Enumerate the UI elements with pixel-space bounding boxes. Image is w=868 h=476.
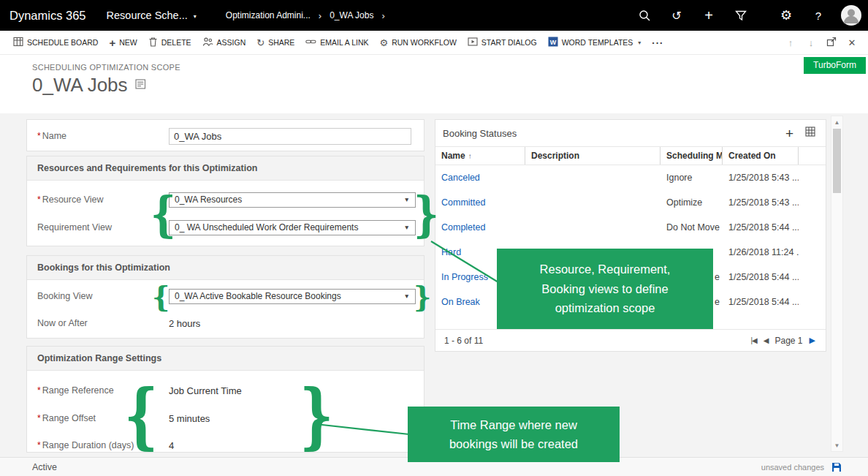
- cell-scheduling-method: Ignore: [660, 173, 723, 183]
- previous-record-icon[interactable]: ↑: [783, 37, 798, 48]
- column-header-name[interactable]: Name↑: [435, 147, 525, 165]
- selected-option: 0_ WA Unscheduled Work Order Requirement…: [175, 222, 358, 233]
- dropdown-caret-icon: ▼: [404, 224, 410, 231]
- delete-button[interactable]: DELETE: [148, 37, 191, 48]
- requirement-view-select[interactable]: 0_ WA Unscheduled Work Order Requirement…: [169, 220, 416, 235]
- section-header-range: Optimization Range Settings: [27, 347, 424, 371]
- resource-view-select[interactable]: 0_WA Resources ▼: [169, 192, 416, 208]
- sort-ascending-icon: ↑: [468, 152, 472, 160]
- booking-status-link[interactable]: Canceled: [441, 173, 480, 183]
- booking-status-link[interactable]: Committed: [441, 197, 485, 208]
- advanced-find-icon[interactable]: [725, 0, 757, 31]
- next-record-icon[interactable]: ↓: [804, 37, 818, 48]
- cell-created-on: 1/25/2018 5:44 ...: [723, 272, 799, 282]
- column-header-spacer: [799, 147, 826, 165]
- field-label-range-duration: *Range Duration (days): [37, 440, 169, 450]
- page-indicator: Page 1: [774, 336, 802, 346]
- required-asterisk: *: [37, 413, 41, 423]
- user-avatar[interactable]: [834, 0, 868, 31]
- column-header-scheduling-method[interactable]: Scheduling M...: [660, 147, 723, 165]
- assign-button[interactable]: ASSIGN: [202, 37, 246, 48]
- range-duration-value[interactable]: 4: [169, 440, 174, 451]
- form-selector-icon[interactable]: [135, 79, 146, 92]
- assign-people-icon: [202, 37, 213, 48]
- previous-page-button[interactable]: ◀: [764, 336, 769, 344]
- section-header-bookings: Bookings for this Optimization: [27, 256, 424, 280]
- chevron-right-icon: ›: [381, 10, 384, 21]
- unsaved-changes-label: unsaved changes: [761, 463, 824, 472]
- more-commands-button[interactable]: ···: [652, 37, 663, 48]
- field-label-resource-view: *Resource View: [37, 194, 169, 205]
- scroll-up-button[interactable]: ▲: [831, 116, 842, 128]
- table-row[interactable]: Committed Optimize 1/25/2018 5:43 ...: [435, 190, 826, 215]
- settings-gear-icon[interactable]: ⚙: [770, 0, 802, 31]
- field-label-range-reference: *Range Reference: [37, 385, 169, 396]
- column-header-created-on[interactable]: Created On: [723, 147, 799, 165]
- next-page-button[interactable]: ▶: [810, 336, 815, 345]
- scroll-down-button[interactable]: ▼: [831, 439, 842, 451]
- chevron-right-icon: ›: [319, 10, 321, 21]
- booking-view-select[interactable]: 0_WA Active Bookable Resource Bookings ▼: [169, 289, 416, 304]
- dropdown-caret-icon: ▼: [404, 292, 410, 300]
- help-icon[interactable]: ?: [802, 0, 834, 31]
- recent-items-icon[interactable]: ↺: [660, 0, 693, 31]
- selected-option: 0_WA Active Bookable Resource Bookings: [175, 291, 341, 301]
- svg-text:W: W: [549, 39, 556, 46]
- cell-created-on: 1/26/2018 11:24 ...: [723, 247, 799, 257]
- form-body: *Name Resources and Requirements for thi…: [0, 113, 868, 457]
- field-label-name: *Name: [37, 131, 169, 141]
- table-row[interactable]: Canceled Ignore 1/25/2018 5:43 ...: [435, 165, 826, 190]
- open-grid-view-icon[interactable]: [805, 126, 815, 140]
- close-icon[interactable]: ✕: [845, 37, 859, 48]
- app-name: Resource Sche...: [107, 10, 188, 21]
- email-a-link-button[interactable]: EMAIL A LINK: [305, 37, 368, 48]
- section-header-resources: Resources and Requirements for this Opti…: [27, 156, 424, 181]
- dynamics-365-logo[interactable]: Dynamics 365: [0, 9, 107, 23]
- required-asterisk: *: [37, 440, 41, 450]
- start-dialog-button[interactable]: START DIALOG: [468, 37, 537, 48]
- search-icon[interactable]: [628, 0, 660, 31]
- start-dialog-icon: [468, 37, 478, 48]
- record-navigation: ↑ ↓ ✕: [783, 37, 868, 49]
- grid-footer: 1 - 6 of 11 |◀ ◀ Page 1 ▶: [435, 329, 826, 351]
- booking-status-link[interactable]: Hard: [441, 247, 461, 257]
- booking-status-link[interactable]: On Break: [441, 297, 480, 307]
- dropdown-caret-icon: ▼: [404, 196, 410, 203]
- popout-icon[interactable]: [824, 37, 839, 49]
- quick-create-icon[interactable]: +: [693, 0, 725, 31]
- vertical-scrollbar[interactable]: ▲ ▼: [831, 116, 843, 452]
- now-or-after-value[interactable]: 2 hours: [169, 318, 200, 329]
- range-reference-value[interactable]: Job Current Time: [169, 385, 242, 396]
- column-header-description[interactable]: Description: [525, 147, 660, 165]
- scrollbar-thumb[interactable]: [833, 129, 841, 193]
- run-workflow-button[interactable]: ⚙ RUN WORKFLOW: [380, 38, 457, 48]
- breadcrumb-item-optimization-admin[interactable]: Optimization Admini...: [226, 10, 311, 20]
- form-header: SCHEDULING OPTIMIZATION SCOPE 0_WA Jobs …: [0, 55, 868, 113]
- share-button[interactable]: ↻ SHARE: [256, 38, 294, 48]
- app-window: Dynamics 365 Resource Sche... ▾ Optimiza…: [0, 0, 868, 476]
- page-title: 0_WA Jobs: [32, 74, 128, 97]
- save-icon[interactable]: [831, 462, 842, 472]
- grid-column-headers: Name↑ Description Scheduling M... Create…: [435, 146, 826, 165]
- bookings-section: Bookings for this Optimization Booking V…: [26, 255, 425, 339]
- cell-created-on: 1/25/2018 5:43 ...: [723, 197, 799, 208]
- plus-icon: +: [109, 37, 115, 49]
- table-row[interactable]: Completed Do Not Move 1/25/2018 5:44 ...: [435, 215, 826, 240]
- word-templates-button[interactable]: W WORD TEMPLATES ▾: [548, 37, 642, 48]
- resources-requirements-section: Resources and Requirements for this Opti…: [26, 156, 425, 246]
- new-button[interactable]: + NEW: [109, 37, 137, 49]
- turboform-badge: TurboForm: [804, 57, 866, 74]
- app-switcher[interactable]: Resource Sche... ▾: [107, 10, 197, 21]
- cell-created-on: 1/25/2018 5:43 ...: [723, 173, 799, 183]
- breadcrumb-item-record[interactable]: 0_WA Jobs: [330, 10, 373, 20]
- field-label-booking-view: Booking View: [37, 291, 169, 301]
- range-offset-value[interactable]: 5 minutes: [169, 413, 210, 424]
- name-input[interactable]: [169, 128, 411, 145]
- booking-status-link[interactable]: Completed: [441, 222, 485, 233]
- booking-status-link[interactable]: In Progress: [441, 272, 488, 282]
- subgrid-title: Booking Statuses: [443, 128, 517, 139]
- schedule-board-button[interactable]: SCHEDULE BOARD: [13, 37, 98, 48]
- add-record-icon[interactable]: +: [785, 126, 793, 140]
- first-page-button[interactable]: |◀: [750, 336, 756, 344]
- field-label-requirement-view: Requirement View: [37, 222, 169, 233]
